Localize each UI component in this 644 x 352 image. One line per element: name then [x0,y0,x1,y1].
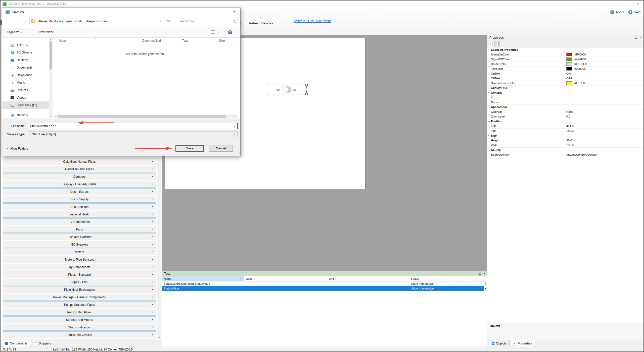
component-category-row[interactable]: Power Manager - Generic Components× [3,294,156,301]
column-header-name[interactable]: Name ▲ [162,276,244,281]
remove-category-icon[interactable]: × [151,181,154,187]
save-button[interactable]: Save [175,145,204,152]
maximize-button[interactable]: □ [620,1,632,7]
scroll-left-icon[interactable]: ‹ [54,114,57,118]
remove-category-icon[interactable]: × [151,309,154,315]
breadcrumb-item[interactable]: diagrams [86,20,99,23]
selection-handle[interactable] [267,84,269,86]
scroll-right-icon[interactable]: › [234,114,237,118]
component-category-row[interactable]: Pipes - Standard× [3,271,156,278]
component-category-row[interactable]: Sources and Motors× [3,316,156,323]
sidebar-item[interactable]: Downloads [2,71,49,79]
remove-category-icon[interactable]: × [151,196,154,202]
property-row[interactable]: Height35.0 [487,138,644,143]
remove-category-icon[interactable]: × [151,256,154,262]
component-category-row[interactable]: EV Components× [3,218,156,225]
property-row[interactable]: Top189.0 [487,129,644,133]
remove-category-icon[interactable]: × [151,249,154,255]
save-as-type-select[interactable]: TGML Files (*.tgml) ∨ [28,132,238,137]
resize-grip[interactable] [237,153,240,155]
property-row[interactable]: OnTextON [487,71,644,76]
toggle-knob-icon[interactable] [282,86,292,93]
exposed-properties-view-button[interactable] [494,41,499,46]
dialog-help-icon[interactable]: ? [228,30,232,34]
component-category-row[interactable]: Calorifiers Thin Pipes× [3,166,156,172]
address-bar[interactable]: «Power Monitoring Expert›config›diagrams… [29,18,163,25]
remove-category-icon[interactable]: × [151,173,154,179]
breadcrumb-item[interactable]: config [75,20,83,23]
recent-locations-icon[interactable]: ∨ [20,20,22,23]
tab-objects[interactable]: Objects [489,340,510,347]
property-group-header[interactable]: General [487,90,644,95]
cube-icon[interactable] [11,51,14,54]
column-header-date-modified[interactable]: Date modified [140,38,179,44]
remove-category-icon[interactable]: × [151,234,154,240]
address-dropdown-icon[interactable]: ∨ [160,20,161,23]
remove-category-icon[interactable]: × [151,286,154,292]
refresh-devices-button[interactable]: ↻ Refresh Devices [246,16,276,25]
property-row[interactable]: ZoomLevel0.0 [487,114,644,119]
remove-category-icon[interactable]: × [151,219,154,224]
breadcrumb-item[interactable]: tgml [102,20,108,23]
property-row[interactable]: OperateLevel [487,86,644,90]
remove-category-icon[interactable]: × [151,294,154,300]
dropdown-button[interactable]: ▼ [484,286,487,291]
component-category-row[interactable]: Dampers× [3,173,156,180]
remove-category-icon[interactable]: × [151,324,154,330]
selection-handle[interactable] [267,93,269,95]
sidebar-item[interactable]: 3D Objects [2,49,49,56]
component-category-row[interactable]: Meters, Pipe Sensors× [3,256,156,263]
component-category-row[interactable]: Duct - Extract× [3,188,156,195]
component-category-row[interactable]: Pumps Standard Pipes× [3,301,156,308]
back-button[interactable]: ← [5,19,11,24]
column-header-status[interactable]: Status [409,276,487,281]
new-folder-button[interactable]: New folder [38,30,54,34]
property-row[interactable]: Width150.0 [487,143,644,148]
sidebar-item[interactable]: Documents [2,64,49,71]
test-row[interactable]: StatusValueValue from device▼ [162,286,487,291]
dropdown-button[interactable]: ▼ [484,281,487,286]
property-row[interactable]: Id [487,95,644,100]
close-window-button[interactable]: × [632,1,643,7]
remove-category-icon[interactable]: × [151,264,154,270]
horizontal-scrollbar[interactable]: ‹ › [54,114,237,118]
organize-button[interactable]: Organize▼ [7,30,23,34]
property-row[interactable]: Name [487,100,644,105]
property-group-header[interactable]: Size [487,133,644,138]
component-category-row[interactable]: Fans× [3,226,156,233]
cancel-button[interactable]: Cancel [209,145,233,152]
component-category-row[interactable]: Display - User Adjustable× [3,181,156,188]
videos-icon[interactable] [11,96,14,99]
column-header-unit[interactable]: Unit [327,276,409,281]
selection-handle[interactable] [305,93,308,95]
help-button[interactable]: ? Help [628,10,640,14]
component-category-row[interactable]: Pumps Thin Pipes× [3,309,156,316]
component-category-row[interactable]: Fuse and Switches× [3,233,156,240]
scroll-down-icon[interactable]: ∨ [49,115,53,118]
selection-handle[interactable] [305,84,308,86]
validate-tgml-link[interactable]: Validate TGML Document [294,19,331,23]
selected-status-control[interactable]: ON OFF [268,85,307,94]
remove-category-icon[interactable]: × [151,204,154,209]
component-category-row[interactable]: My Components× [3,264,156,270]
remove-category-icon[interactable]: × [151,226,154,232]
scroll-down-icon[interactable]: ∨ [157,336,161,339]
column-header-value[interactable]: Value [244,276,327,281]
column-header-size[interactable]: Size [216,38,238,44]
column-header-name[interactable]: Name [53,38,140,44]
property-row[interactable]: DisconnectedColor#FFFF00 [487,81,644,86]
property-row[interactable]: OffTextOFF [487,76,644,81]
close-panel-icon[interactable]: × [483,272,485,275]
property-group-header[interactable]: Exposed Properties [487,47,644,52]
desktop-icon[interactable] [11,58,14,62]
address-refresh-button[interactable]: ↻ [165,18,172,25]
component-category-row[interactable]: Pipes - Thin× [3,279,156,285]
up-button[interactable]: ↑ [24,19,28,24]
property-row[interactable]: TextColor#000000 [487,67,644,71]
pc-icon[interactable] [11,43,14,47]
file-name-input[interactable]: StatusControlXXXX ∨ [28,123,238,129]
property-row[interactable]: SignalOnColor#FF0000 [487,52,644,57]
change-view-icon[interactable] [211,30,215,34]
remove-category-icon[interactable]: × [151,166,154,172]
property-row[interactable]: ClipPathNone [487,109,644,114]
